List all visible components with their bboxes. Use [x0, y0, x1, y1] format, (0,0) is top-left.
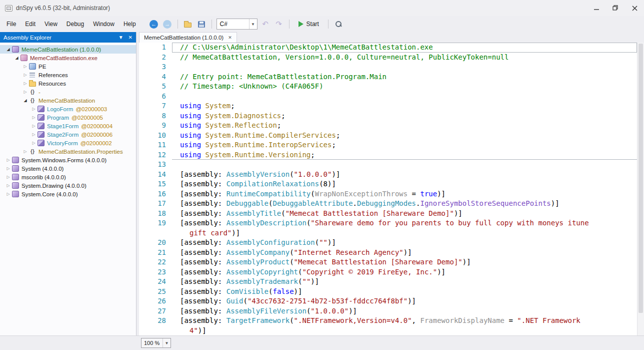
line-number[interactable]: 23: [139, 267, 172, 277]
expand-arrow-icon[interactable]: ▷: [30, 115, 37, 120]
search-assemblies-button[interactable]: [333, 19, 344, 30]
tree-node[interactable]: ◢{}MemeCatBattlestation: [0, 96, 136, 105]
code-line[interactable]: [172, 92, 637, 102]
expand-arrow-icon[interactable]: ▷: [5, 166, 12, 171]
tree-node[interactable]: ▷{}MemeCatBattlestation.Properties: [0, 147, 136, 156]
panel-menu-chevron-icon[interactable]: ▼: [118, 35, 124, 40]
line-number[interactable]: 13: [139, 160, 172, 170]
tree-node[interactable]: ▷LogoForm@02000003: [0, 105, 136, 113]
code-line[interactable]: [assembly: AssemblyTrademark("")]: [172, 277, 637, 287]
tree-node[interactable]: ▷Program@02000005: [0, 113, 136, 122]
line-number[interactable]: 4: [139, 72, 172, 82]
language-selector[interactable]: C# ▼: [216, 19, 258, 30]
menu-debug[interactable]: Debug: [62, 18, 88, 30]
line-number[interactable]: 7: [139, 101, 172, 111]
expand-arrow-icon[interactable]: ▷: [5, 183, 12, 188]
tree-node[interactable]: ▷System (4.0.0.0): [0, 164, 136, 173]
zoom-selector[interactable]: 100 % ▼: [141, 338, 171, 348]
navigate-back-button[interactable]: ←: [148, 19, 160, 30]
tree-node[interactable]: ▷{}-: [0, 88, 136, 96]
code-line[interactable]: using System.Runtime.Versioning;: [172, 150, 637, 160]
restore-button[interactable]: [606, 0, 625, 16]
code-line[interactable]: [assembly: AssemblyCompany("Internet Res…: [172, 248, 637, 258]
line-number[interactable]: 22: [139, 257, 172, 267]
line-number[interactable]: 24: [139, 277, 172, 287]
expand-arrow-icon[interactable]: ▷: [22, 81, 28, 86]
line-number[interactable]: 12: [139, 150, 172, 160]
code-line[interactable]: [assembly: CompilationRelaxations(8)]: [172, 179, 637, 189]
line-number[interactable]: 9: [139, 121, 172, 131]
code-line[interactable]: using System;: [172, 101, 637, 111]
tree-node[interactable]: ▷Resources: [0, 79, 136, 88]
menu-window[interactable]: Window: [88, 18, 119, 30]
collapse-arrow-icon[interactable]: ◢: [5, 47, 12, 52]
code-line[interactable]: // Timestamp: <Unknown> (C4FA065F): [172, 82, 637, 92]
tree-node[interactable]: ▷mscorlib (4.0.0.0): [0, 173, 136, 181]
scrollbar-thumb[interactable]: [638, 44, 643, 313]
code-line[interactable]: // C:\Users\Administrator\Desktop\1\Meme…: [172, 43, 637, 53]
tree-node[interactable]: ▷VictoryForm@02000002: [0, 139, 136, 147]
line-number[interactable]: 14: [139, 170, 172, 180]
code-line[interactable]: [assembly: RuntimeCompatibility(WrapNonE…: [172, 189, 637, 199]
line-number[interactable]: 1: [139, 43, 172, 53]
line-number[interactable]: 5: [139, 82, 172, 92]
save-all-button[interactable]: [196, 19, 207, 30]
line-number[interactable]: 19: [139, 218, 172, 228]
tree-node[interactable]: ◢MemeCatBattlestation (1.0.0.0): [0, 45, 136, 54]
line-number[interactable]: 25: [139, 287, 172, 297]
code-line[interactable]: [assembly: ComVisible(false)]: [172, 287, 637, 297]
tab-close-icon[interactable]: ✕: [228, 35, 232, 40]
code-line[interactable]: [assembly: AssemblyTitle("Memecat Battle…: [172, 209, 637, 219]
code-line[interactable]: [172, 160, 637, 170]
expand-arrow-icon[interactable]: ▷: [30, 141, 37, 145]
menu-edit[interactable]: Edit: [20, 18, 40, 30]
line-number[interactable]: 28: [139, 316, 172, 326]
panel-close-icon[interactable]: ✕: [128, 35, 132, 40]
tree-node[interactable]: ▷Stage1Form@02000004: [0, 122, 136, 130]
expand-arrow-icon[interactable]: ▷: [5, 175, 12, 179]
open-assembly-button[interactable]: [182, 19, 194, 30]
tree-node[interactable]: ▷System.Core (4.0.0.0): [0, 190, 136, 198]
tree-node[interactable]: ◢MemeCatBattlestation.exe: [0, 54, 136, 62]
line-number[interactable]: 2: [139, 53, 172, 63]
line-number[interactable]: 26: [139, 296, 172, 306]
code-line[interactable]: // MemeCatBattlestation, Version=1.0.0.0…: [172, 53, 637, 63]
navigate-forward-button[interactable]: →: [162, 19, 173, 30]
code-line[interactable]: [assembly: Debuggable(DebuggableAttribut…: [172, 199, 637, 209]
vertical-scrollbar[interactable]: [637, 43, 644, 335]
code-line[interactable]: [assembly: AssemblyFileVersion("1.0.0.0"…: [172, 306, 637, 316]
tree-node[interactable]: ▷Stage2Form@02000006: [0, 130, 136, 139]
code-line[interactable]: [172, 62, 637, 72]
line-number[interactable]: 11: [139, 140, 172, 150]
line-number[interactable]: 15: [139, 179, 172, 189]
tab-memecatbattlestation[interactable]: MemeCatBattlestation (1.0.0.0) ✕: [139, 32, 237, 43]
line-number[interactable]: 20: [139, 238, 172, 248]
line-number[interactable]: 3: [139, 62, 172, 72]
code-line[interactable]: 4")]: [172, 326, 637, 336]
expand-arrow-icon[interactable]: ▷: [30, 107, 37, 111]
code-line[interactable]: using System.Reflection;: [172, 121, 637, 131]
tree-node[interactable]: ▷System.Drawing (4.0.0.0): [0, 181, 136, 190]
expand-arrow-icon[interactable]: ▷: [22, 90, 28, 94]
code-line[interactable]: using System.Diagnostics;: [172, 111, 637, 121]
line-number[interactable]: 6: [139, 92, 172, 102]
code-line[interactable]: [assembly: Guid("43cc7632-2751-4b72-b53f…: [172, 296, 637, 306]
collapse-arrow-icon[interactable]: ◢: [14, 56, 20, 60]
menu-file[interactable]: File: [2, 18, 20, 30]
code-line[interactable]: [assembly: AssemblyProduct("Memecat Batt…: [172, 257, 637, 267]
code-line[interactable]: using System.Runtime.CompilerServices;: [172, 131, 637, 141]
menu-view[interactable]: View: [40, 18, 62, 30]
expand-arrow-icon[interactable]: ▷: [22, 73, 28, 77]
line-number[interactable]: 16: [139, 189, 172, 199]
redo-button[interactable]: ↷: [274, 19, 284, 30]
line-number[interactable]: 21: [139, 248, 172, 258]
close-button[interactable]: [625, 0, 644, 16]
code-line[interactable]: [assembly: AssemblyDescription("Sharewar…: [172, 218, 637, 228]
expand-arrow-icon[interactable]: ▷: [5, 192, 12, 196]
tree-node[interactable]: ▷System.Windows.Forms (4.0.0.0): [0, 156, 136, 164]
code-line[interactable]: [assembly: AssemblyCopyright("Copyright …: [172, 267, 637, 277]
expand-arrow-icon[interactable]: ▷: [22, 149, 28, 154]
line-number[interactable]: [139, 326, 172, 336]
code-editor[interactable]: 1// C:\Users\Administrator\Desktop\1\Mem…: [139, 43, 644, 335]
menu-help[interactable]: Help: [119, 18, 140, 30]
